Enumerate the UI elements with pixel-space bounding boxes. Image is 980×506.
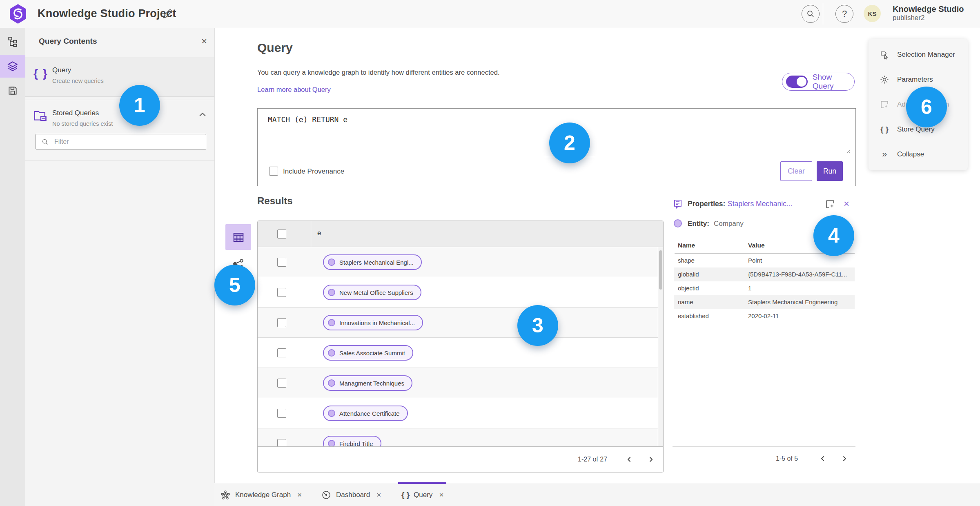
entity-pill[interactable]: Attendance Certificate [323, 406, 408, 421]
annotation-badge-4: 4 [813, 215, 854, 256]
property-row: shape Point [674, 254, 855, 267]
expand-rail-button[interactable]: » [0, 498, 25, 506]
stored-queries-filter[interactable] [36, 134, 206, 149]
entity-pill[interactable]: Sales Associate Summit [323, 345, 413, 361]
user-name: Knowledge Studio [893, 4, 964, 14]
property-row: objectid 1 [674, 281, 855, 295]
entity-dot-icon [328, 319, 335, 326]
query-text-input[interactable]: MATCH (e) RETURN e [268, 115, 347, 124]
row-checkbox[interactable] [277, 439, 286, 446]
table-row: Innovations in Mechanical... [258, 308, 658, 338]
row-checkbox[interactable] [277, 258, 286, 267]
resize-handle-icon[interactable] [845, 148, 851, 154]
contents-divider [25, 160, 214, 160]
project-title: Knowledge Studio Project [38, 7, 176, 20]
help-button[interactable]: ? [835, 5, 853, 23]
annotation-badge-5: 5 [214, 265, 255, 305]
annotation-badge-6: 6 [906, 87, 947, 127]
properties-next-button[interactable] [838, 453, 851, 465]
add-to-selection-icon[interactable] [825, 199, 835, 210]
entity-dot-icon [328, 440, 335, 446]
data-model-icon [7, 36, 18, 47]
close-panel-icon[interactable]: × [199, 36, 209, 47]
clear-button[interactable]: Clear [780, 161, 812, 181]
results-pagination: 1-27 of 27 [258, 446, 663, 473]
selection-manager-item[interactable]: Selection Manager [869, 42, 968, 67]
property-row: established 2020-02-11 [674, 309, 855, 323]
row-checkbox[interactable] [277, 348, 286, 357]
previous-page-button[interactable] [623, 453, 635, 466]
stored-queries-label: Stored Queries [52, 109, 99, 117]
entity-dot-icon [328, 379, 335, 387]
properties-title: Properties: [688, 200, 725, 208]
close-tab-icon[interactable]: × [376, 490, 381, 499]
properties-entity-link[interactable]: Staplers Mechanic... [728, 200, 793, 208]
properties-col-name: Name [678, 242, 695, 249]
entity-pill[interactable]: Innovations in Mechanical... [323, 315, 423, 330]
show-query-toggle[interactable]: Show Query [782, 73, 855, 91]
search-icon [806, 10, 815, 18]
table-row: Attendance Certificate [258, 398, 658, 428]
save-rail-button[interactable] [0, 79, 25, 102]
entity-pill[interactable]: Staplers Mechanical Engi... [323, 254, 422, 270]
app-logo-icon [9, 4, 27, 24]
entity-type-value: Company [714, 220, 744, 228]
table-row: New Metal Office Suppliers [258, 277, 658, 308]
table-row: Sales Associate Summit [258, 338, 658, 368]
query-rail-button[interactable] [0, 55, 25, 78]
run-button[interactable]: Run [817, 161, 843, 181]
entity-dot-icon [328, 289, 335, 296]
close-properties-icon[interactable]: × [844, 198, 849, 210]
contents-item-query[interactable]: { } Query Create new queries [25, 57, 214, 97]
header-divider [823, 3, 823, 25]
row-checkbox[interactable] [277, 288, 286, 297]
entity-pill[interactable]: New Metal Office Suppliers [323, 285, 421, 300]
add-to-selection-icon [879, 100, 890, 109]
select-all-checkbox[interactable] [277, 230, 286, 239]
annotation-badge-3: 3 [517, 305, 558, 346]
tab-query[interactable]: { } Query × [401, 483, 443, 506]
entity-label: Entity: [688, 220, 709, 228]
row-checkbox[interactable] [277, 409, 286, 418]
properties-previous-button[interactable] [817, 453, 829, 465]
close-tab-icon[interactable]: × [439, 490, 443, 499]
next-page-button[interactable] [645, 453, 657, 466]
tab-knowledge-graph[interactable]: Knowledge Graph × [220, 483, 302, 506]
collapse-section-icon[interactable] [198, 111, 207, 117]
contents-item-query-description: Create new queries [52, 78, 104, 84]
results-scrollbar[interactable] [658, 247, 663, 446]
data-model-rail-button[interactable] [0, 30, 25, 53]
search-button[interactable] [802, 5, 820, 23]
braces-icon: { } [879, 125, 890, 134]
annotation-badge-1: 1 [119, 85, 160, 126]
results-rows: Staplers Mechanical Engi... New Metal Of… [258, 247, 658, 446]
properties-doc-icon [673, 199, 683, 209]
user-menu[interactable]: Knowledge Studio publisher2 [893, 4, 964, 22]
include-provenance-checkbox[interactable] [269, 167, 278, 176]
query-contents-header: Query Contents × [25, 28, 214, 58]
entity-pill[interactable]: Managment Techniques [323, 375, 412, 391]
row-checkbox[interactable] [277, 318, 286, 327]
results-column-e: e [317, 229, 321, 237]
double-chevron-right-icon: » [10, 504, 15, 506]
edit-title-icon[interactable] [162, 8, 173, 20]
table-row: Staplers Mechanical Engi... [258, 247, 658, 277]
entity-pill[interactable]: Firebird Title [323, 436, 381, 446]
tab-dashboard[interactable]: Dashboard × [321, 483, 381, 506]
learn-more-link[interactable]: Learn more about Query [257, 86, 331, 94]
dashboard-gauge-icon [321, 490, 331, 500]
collapse-item[interactable]: » Collapse [869, 142, 968, 167]
properties-rows: shape Point globalid {5D9B4713-F98D-4A53… [674, 254, 855, 323]
braces-icon: { } [401, 490, 410, 499]
table-view-button[interactable] [225, 224, 251, 250]
row-checkbox[interactable] [277, 379, 286, 388]
entity-type-dot-icon [674, 219, 682, 227]
filter-input[interactable] [53, 138, 190, 146]
gear-icon [879, 75, 890, 85]
close-tab-icon[interactable]: × [297, 490, 302, 499]
scrollbar-thumb[interactable] [659, 250, 662, 290]
results-table-header: e [258, 221, 663, 247]
user-avatar[interactable]: KS [864, 5, 881, 22]
entity-dot-icon [328, 259, 335, 266]
stored-queries-description: No stored queries exist [52, 120, 113, 127]
